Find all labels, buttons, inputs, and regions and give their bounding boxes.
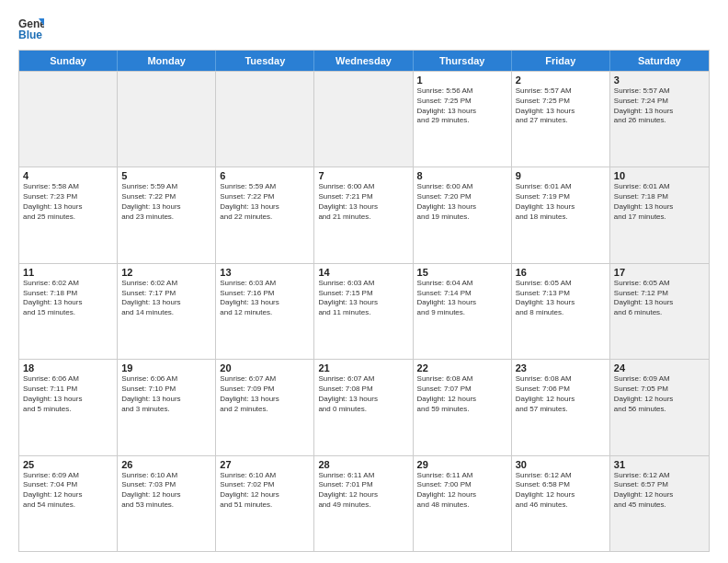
cal-row-0: 1Sunrise: 5:56 AM Sunset: 7:25 PM Daylig… bbox=[19, 71, 709, 167]
day-number: 29 bbox=[417, 459, 507, 470]
day-number: 16 bbox=[516, 267, 606, 278]
cell-text: Sunrise: 6:06 AM Sunset: 7:10 PM Dayligh… bbox=[121, 374, 211, 414]
cell-text: Sunrise: 6:08 AM Sunset: 7:07 PM Dayligh… bbox=[417, 374, 507, 414]
cal-cell-22: 22Sunrise: 6:08 AM Sunset: 7:07 PM Dayli… bbox=[414, 360, 512, 454]
day-number: 26 bbox=[121, 459, 211, 470]
svg-text:Blue: Blue bbox=[18, 29, 42, 40]
cal-header-friday: Friday bbox=[512, 51, 610, 71]
day-number: 19 bbox=[121, 362, 211, 373]
cell-text: Sunrise: 6:02 AM Sunset: 7:18 PM Dayligh… bbox=[23, 279, 113, 318]
cal-cell-16: 16Sunrise: 6:05 AM Sunset: 7:13 PM Dayli… bbox=[512, 264, 610, 359]
day-number: 2 bbox=[516, 75, 606, 86]
cell-text: Sunrise: 6:06 AM Sunset: 7:11 PM Dayligh… bbox=[23, 374, 113, 414]
cell-text: Sunrise: 6:07 AM Sunset: 7:09 PM Dayligh… bbox=[220, 374, 310, 414]
cal-cell-empty-0-1 bbox=[118, 72, 216, 167]
cal-cell-21: 21Sunrise: 6:07 AM Sunset: 7:08 PM Dayli… bbox=[314, 360, 413, 454]
cell-text: Sunrise: 5:59 AM Sunset: 7:22 PM Dayligh… bbox=[220, 182, 310, 222]
cal-cell-1: 1Sunrise: 5:56 AM Sunset: 7:25 PM Daylig… bbox=[414, 72, 512, 167]
cal-header-thursday: Thursday bbox=[414, 51, 512, 71]
cell-text: Sunrise: 6:09 AM Sunset: 7:04 PM Dayligh… bbox=[23, 471, 113, 511]
day-number: 11 bbox=[23, 267, 113, 278]
calendar-body: 1Sunrise: 5:56 AM Sunset: 7:25 PM Daylig… bbox=[19, 71, 709, 551]
cell-text: Sunrise: 6:04 AM Sunset: 7:14 PM Dayligh… bbox=[417, 279, 507, 318]
cell-text: Sunrise: 6:00 AM Sunset: 7:21 PM Dayligh… bbox=[318, 182, 408, 222]
day-number: 14 bbox=[318, 267, 408, 278]
day-number: 7 bbox=[318, 170, 408, 181]
day-number: 22 bbox=[417, 362, 507, 373]
day-number: 3 bbox=[614, 75, 705, 86]
day-number: 5 bbox=[121, 170, 211, 181]
day-number: 6 bbox=[220, 170, 310, 181]
page: General Blue SundayMondayTuesdayWednesda… bbox=[0, 0, 728, 563]
cal-cell-9: 9Sunrise: 6:01 AM Sunset: 7:19 PM Daylig… bbox=[512, 167, 610, 262]
cal-cell-23: 23Sunrise: 6:08 AM Sunset: 7:06 PM Dayli… bbox=[512, 360, 610, 454]
cal-cell-20: 20Sunrise: 6:07 AM Sunset: 7:09 PM Dayli… bbox=[216, 360, 314, 454]
cell-text: Sunrise: 6:11 AM Sunset: 7:01 PM Dayligh… bbox=[318, 471, 408, 511]
cal-cell-25: 25Sunrise: 6:09 AM Sunset: 7:04 PM Dayli… bbox=[19, 456, 118, 551]
calendar-header-row: SundayMondayTuesdayWednesdayThursdayFrid… bbox=[19, 51, 709, 71]
cell-text: Sunrise: 6:07 AM Sunset: 7:08 PM Dayligh… bbox=[318, 374, 408, 414]
day-number: 24 bbox=[614, 362, 705, 373]
day-number: 10 bbox=[614, 170, 705, 181]
day-number: 18 bbox=[23, 362, 113, 373]
cal-cell-12: 12Sunrise: 6:02 AM Sunset: 7:17 PM Dayli… bbox=[118, 264, 216, 359]
cal-header-saturday: Saturday bbox=[610, 51, 709, 71]
cal-cell-2: 2Sunrise: 5:57 AM Sunset: 7:25 PM Daylig… bbox=[512, 72, 610, 167]
cell-text: Sunrise: 6:12 AM Sunset: 6:57 PM Dayligh… bbox=[614, 471, 705, 511]
cell-text: Sunrise: 6:10 AM Sunset: 7:03 PM Dayligh… bbox=[121, 471, 211, 511]
cell-text: Sunrise: 6:08 AM Sunset: 7:06 PM Dayligh… bbox=[516, 374, 606, 414]
day-number: 13 bbox=[220, 267, 310, 278]
day-number: 15 bbox=[417, 267, 507, 278]
cell-text: Sunrise: 6:05 AM Sunset: 7:12 PM Dayligh… bbox=[614, 279, 705, 318]
cal-cell-15: 15Sunrise: 6:04 AM Sunset: 7:14 PM Dayli… bbox=[414, 264, 512, 359]
logo-icon: General Blue bbox=[18, 15, 44, 40]
cal-cell-empty-0-3 bbox=[314, 72, 413, 167]
day-number: 31 bbox=[614, 459, 705, 470]
cal-cell-29: 29Sunrise: 6:11 AM Sunset: 7:00 PM Dayli… bbox=[414, 456, 512, 551]
cell-text: Sunrise: 6:03 AM Sunset: 7:16 PM Dayligh… bbox=[220, 279, 310, 318]
cell-text: Sunrise: 5:58 AM Sunset: 7:23 PM Dayligh… bbox=[23, 182, 113, 222]
day-number: 20 bbox=[220, 362, 310, 373]
cal-header-wednesday: Wednesday bbox=[314, 51, 413, 71]
cell-text: Sunrise: 5:57 AM Sunset: 7:25 PM Dayligh… bbox=[516, 86, 606, 126]
cal-header-sunday: Sunday bbox=[19, 51, 118, 71]
cal-cell-4: 4Sunrise: 5:58 AM Sunset: 7:23 PM Daylig… bbox=[19, 167, 118, 262]
cell-text: Sunrise: 6:09 AM Sunset: 7:05 PM Dayligh… bbox=[614, 374, 705, 414]
cell-text: Sunrise: 6:11 AM Sunset: 7:00 PM Dayligh… bbox=[417, 471, 507, 511]
cal-cell-28: 28Sunrise: 6:11 AM Sunset: 7:01 PM Dayli… bbox=[314, 456, 413, 551]
cal-cell-3: 3Sunrise: 5:57 AM Sunset: 7:24 PM Daylig… bbox=[610, 72, 709, 167]
cell-text: Sunrise: 5:56 AM Sunset: 7:25 PM Dayligh… bbox=[417, 86, 507, 126]
day-number: 1 bbox=[417, 75, 507, 86]
day-number: 21 bbox=[318, 362, 408, 373]
cal-cell-empty-0-2 bbox=[216, 72, 314, 167]
day-number: 12 bbox=[121, 267, 211, 278]
cal-cell-13: 13Sunrise: 6:03 AM Sunset: 7:16 PM Dayli… bbox=[216, 264, 314, 359]
cell-text: Sunrise: 6:03 AM Sunset: 7:15 PM Dayligh… bbox=[318, 279, 408, 318]
cal-cell-24: 24Sunrise: 6:09 AM Sunset: 7:05 PM Dayli… bbox=[610, 360, 709, 454]
cal-row-2: 11Sunrise: 6:02 AM Sunset: 7:18 PM Dayli… bbox=[19, 263, 709, 359]
cal-cell-8: 8Sunrise: 6:00 AM Sunset: 7:20 PM Daylig… bbox=[414, 167, 512, 262]
cal-cell-empty-0-0 bbox=[19, 72, 118, 167]
cal-header-tuesday: Tuesday bbox=[216, 51, 314, 71]
cal-cell-31: 31Sunrise: 6:12 AM Sunset: 6:57 PM Dayli… bbox=[610, 456, 709, 551]
logo: General Blue bbox=[18, 15, 48, 40]
cal-row-3: 18Sunrise: 6:06 AM Sunset: 7:11 PM Dayli… bbox=[19, 359, 709, 454]
cal-cell-7: 7Sunrise: 6:00 AM Sunset: 7:21 PM Daylig… bbox=[314, 167, 413, 262]
cal-header-monday: Monday bbox=[118, 51, 216, 71]
cal-cell-30: 30Sunrise: 6:12 AM Sunset: 6:58 PM Dayli… bbox=[512, 456, 610, 551]
cell-text: Sunrise: 6:00 AM Sunset: 7:20 PM Dayligh… bbox=[417, 182, 507, 222]
cell-text: Sunrise: 6:01 AM Sunset: 7:19 PM Dayligh… bbox=[516, 182, 606, 222]
cal-cell-14: 14Sunrise: 6:03 AM Sunset: 7:15 PM Dayli… bbox=[314, 264, 413, 359]
day-number: 9 bbox=[516, 170, 606, 181]
day-number: 30 bbox=[516, 459, 606, 470]
day-number: 27 bbox=[220, 459, 310, 470]
calendar: SundayMondayTuesdayWednesdayThursdayFrid… bbox=[18, 50, 710, 552]
day-number: 4 bbox=[23, 170, 113, 181]
cell-text: Sunrise: 6:10 AM Sunset: 7:02 PM Dayligh… bbox=[220, 471, 310, 511]
cal-cell-18: 18Sunrise: 6:06 AM Sunset: 7:11 PM Dayli… bbox=[19, 360, 118, 454]
cell-text: Sunrise: 6:12 AM Sunset: 6:58 PM Dayligh… bbox=[516, 471, 606, 511]
cell-text: Sunrise: 5:57 AM Sunset: 7:24 PM Dayligh… bbox=[614, 86, 705, 126]
cal-row-4: 25Sunrise: 6:09 AM Sunset: 7:04 PM Dayli… bbox=[19, 455, 709, 551]
day-number: 17 bbox=[614, 267, 705, 278]
cell-text: Sunrise: 6:05 AM Sunset: 7:13 PM Dayligh… bbox=[516, 279, 606, 318]
